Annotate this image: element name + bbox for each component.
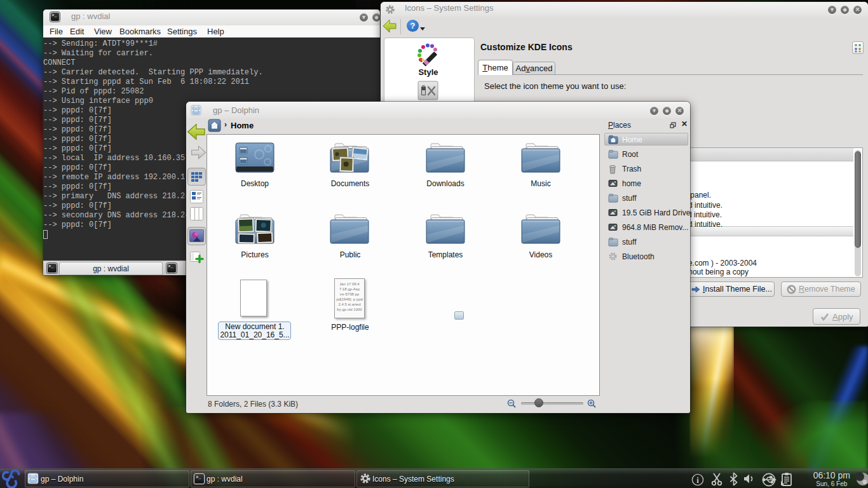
svg-text:i: i <box>696 475 699 485</box>
